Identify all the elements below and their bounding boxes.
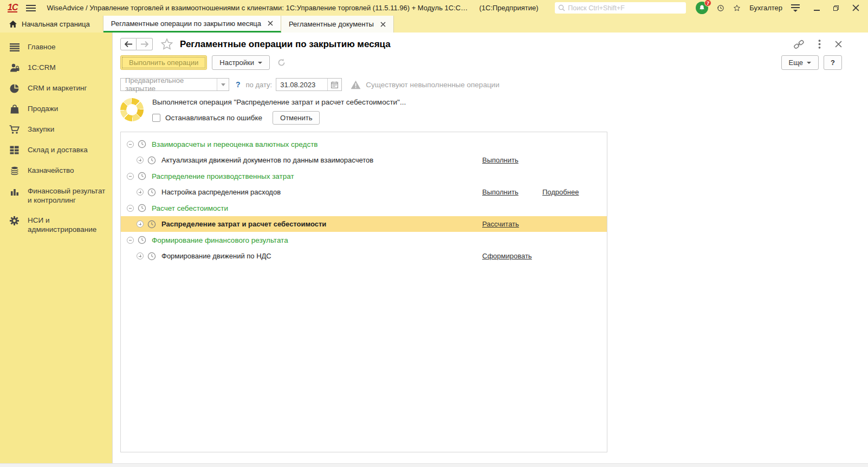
expand-icon[interactable]: [137, 220, 144, 228]
closing-date-field[interactable]: [276, 78, 342, 91]
clock-icon: [138, 172, 146, 180]
tree-group-row[interactable]: Расчет себестоимости: [121, 200, 607, 216]
window-title: WiseAdvice / Управление торговлей и взаи…: [47, 4, 469, 12]
sidebar-item-label: НСИ и администрирование: [28, 216, 108, 234]
tab-label: Регламентные документы: [289, 20, 374, 28]
warehouse-icon: [9, 145, 20, 155]
warning-text: Существуют невыполненные операции: [366, 81, 500, 89]
tree-group-row[interactable]: Распределение производственных затрат: [121, 168, 607, 184]
command-bar: Выполнить операции Настройки Еще ?: [120, 55, 868, 70]
home-icon: [9, 20, 17, 28]
sidebar-item-financial-result[interactable]: Финансовый результат и контроллинг: [0, 181, 112, 210]
back-button[interactable]: [120, 38, 137, 50]
status-strip: [0, 463, 868, 467]
tree-group-label: Распределение производственных затрат: [152, 172, 603, 180]
pie-chart-icon: [9, 83, 20, 93]
sidebar-item-label: Финансовый результат и контроллинг: [28, 186, 108, 205]
more-menu-dots-icon[interactable]: [818, 40, 821, 49]
sidebar-item-1c-crm[interactable]: 1С:CRM: [0, 57, 112, 78]
tab-label: Регламентные операции по закрытию месяца: [111, 20, 261, 28]
details-link[interactable]: Подробнее: [542, 188, 579, 196]
form-header-row: Регламентные операции по закрытию месяца: [120, 38, 868, 50]
tree-item-row[interactable]: Формирование движений по НДС Сформироват…: [121, 248, 607, 264]
collapse-icon[interactable]: [127, 237, 134, 244]
execute-link[interactable]: Выполнить: [482, 188, 519, 196]
stop-on-error-checkbox[interactable]: [152, 114, 160, 122]
tab-close-icon[interactable]: [268, 21, 273, 26]
tab-bar: Начальная страница Регламентные операции…: [0, 16, 868, 33]
global-search[interactable]: [555, 2, 686, 14]
collapse-icon[interactable]: [127, 205, 134, 212]
main-menu-icon[interactable]: [26, 5, 36, 11]
help-button[interactable]: ?: [824, 55, 842, 70]
search-icon: [558, 4, 565, 11]
history-icon[interactable]: [717, 4, 724, 12]
dropdown-arrow-icon[interactable]: [217, 79, 229, 90]
run-operations-button[interactable]: Выполнить операции: [120, 55, 207, 70]
tab-reg-documents[interactable]: Регламентные документы: [281, 16, 394, 33]
get-link-icon[interactable]: [794, 40, 804, 49]
tab-home[interactable]: Начальная страница: [0, 16, 103, 33]
expand-icon[interactable]: [137, 189, 144, 196]
minimize-button[interactable]: [813, 4, 820, 12]
clock-icon: [138, 140, 146, 148]
tree-group-row[interactable]: Взаиморасчеты и переоценка валютных сред…: [121, 136, 607, 152]
sections-panel: Главное 1С:CRM CRM и маркетинг Продажи: [0, 33, 112, 463]
more-actions-button[interactable]: Еще: [781, 55, 819, 70]
cancel-button[interactable]: Отменить: [273, 111, 320, 125]
coins-icon: [9, 166, 20, 176]
service-menu-icon[interactable]: [791, 4, 800, 12]
calculate-link[interactable]: Рассчитать: [482, 220, 519, 228]
execute-link[interactable]: Выполнить: [482, 156, 519, 164]
bar-chart-icon: [9, 186, 20, 196]
tab-label: Начальная страница: [22, 20, 90, 28]
tree-item-row-selected[interactable]: Распределение затрат и расчет себестоимо…: [121, 216, 607, 232]
sidebar-item-warehouse[interactable]: Склад и доставка: [0, 140, 112, 160]
tree-group-label: Формирование финансового результата: [152, 236, 603, 244]
sidebar-item-sales[interactable]: Продажи: [0, 99, 112, 119]
chevron-down-icon: [807, 62, 811, 64]
sidebar-item-treasury[interactable]: Казначейство: [0, 160, 112, 181]
stop-on-error-label: Останавливаться по ошибке: [165, 114, 262, 122]
forward-button[interactable]: [137, 38, 153, 50]
close-form-icon[interactable]: [835, 41, 842, 48]
tree-item-row[interactable]: Настройка распределения расходов Выполни…: [121, 184, 607, 200]
sidebar-item-crm-marketing[interactable]: CRM и маркетинг: [0, 78, 112, 99]
refresh-button[interactable]: [275, 55, 288, 70]
operations-tree: Взаиморасчеты и переоценка валютных сред…: [120, 132, 607, 452]
clock-icon: [147, 188, 156, 197]
search-input[interactable]: [568, 4, 683, 12]
collapse-icon[interactable]: [127, 141, 134, 148]
clock-icon: [138, 204, 146, 212]
favorites-star-icon[interactable]: [733, 4, 741, 12]
close-window-button[interactable]: [852, 4, 859, 12]
expand-icon[interactable]: [137, 252, 144, 260]
tree-group-row[interactable]: Формирование финансового результата: [121, 232, 607, 248]
filter-row: Предварительное закрытие ? по дату:: [120, 78, 868, 91]
tab-reg-operations[interactable]: Регламентные операции по закрытию месяца: [103, 16, 281, 33]
closing-type-select[interactable]: Предварительное закрытие: [120, 78, 229, 91]
tree-item-row[interactable]: Актуализация движений документов по данн…: [121, 152, 607, 168]
crm-user-icon: [9, 63, 20, 73]
closing-date-input[interactable]: [276, 79, 327, 90]
restore-button[interactable]: [832, 4, 840, 12]
sidebar-item-purchases[interactable]: Закупки: [0, 119, 112, 140]
sidebar-item-main[interactable]: Главное: [0, 37, 112, 57]
notifications-icon[interactable]: 7: [696, 2, 708, 14]
closing-type-value: Предварительное закрытие: [121, 79, 217, 90]
expand-icon[interactable]: [137, 157, 144, 164]
sidebar-item-label: 1С:CRM: [28, 63, 56, 72]
closing-type-help-icon[interactable]: ?: [236, 80, 241, 89]
sidebar-item-nsi-administration[interactable]: НСИ и администрирование: [0, 210, 112, 239]
current-user[interactable]: Бухгалтер: [749, 4, 782, 12]
tab-close-icon[interactable]: [380, 22, 386, 27]
warning-icon: [351, 80, 361, 89]
calendar-icon[interactable]: [327, 79, 341, 90]
progress-block: Выполняется операция "Распределение затр…: [120, 98, 868, 125]
menu-lines-icon: [9, 42, 20, 52]
window-title-suffix: (1С:Предприятие): [479, 4, 538, 12]
settings-button[interactable]: Настройки: [212, 55, 270, 70]
form-link[interactable]: Сформировать: [482, 252, 532, 260]
collapse-icon[interactable]: [127, 173, 134, 180]
favorite-star-icon[interactable]: [160, 38, 173, 50]
